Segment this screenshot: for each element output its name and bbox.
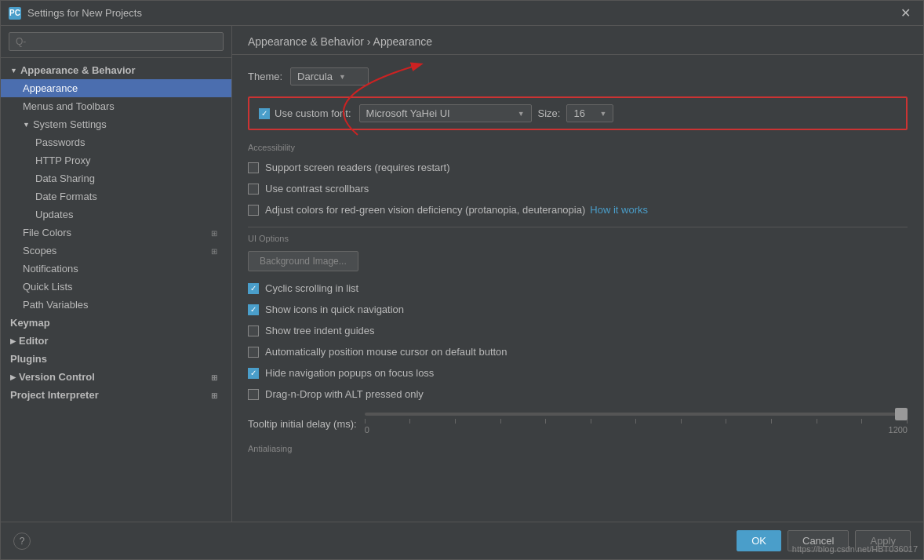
accessibility-title: Accessibility <box>248 143 908 152</box>
drag-drop-row: Drag-n-Drop with ALT pressed only <box>248 387 908 402</box>
contrast-scrollbars-label: Use contrast scrollbars <box>265 183 369 195</box>
sidebar-item-menus-toolbars[interactable]: Menus and Toolbars <box>1 97 231 115</box>
slider-min: 0 <box>365 425 369 435</box>
main-content: ▼ Appearance & Behavior Appearance Menus… <box>1 26 923 522</box>
sidebar-item-file-colors[interactable]: File Colors ⊞ <box>1 224 231 242</box>
auto-mouse-label: Automatically position mouse cursor on d… <box>265 346 507 358</box>
expand-triangle: ▼ <box>10 67 17 75</box>
sidebar: ▼ Appearance & Behavior Appearance Menus… <box>1 26 232 522</box>
editor-triangle: ▶ <box>10 337 16 345</box>
show-icons-checkbox[interactable] <box>248 304 259 315</box>
search-bar <box>1 26 231 58</box>
tooltip-label: Tooltip initial delay (ms): <box>248 418 357 430</box>
font-value: Microsoft YaHei UI <box>366 107 450 119</box>
system-settings-triangle: ▼ <box>23 121 30 129</box>
version-control-icon: ⊞ <box>211 373 222 381</box>
window-title: Settings for New Projects <box>27 7 896 19</box>
version-control-triangle: ▶ <box>10 373 16 381</box>
sidebar-item-scopes[interactable]: Scopes ⊞ <box>1 242 231 260</box>
sidebar-item-updates[interactable]: Updates <box>1 205 231 224</box>
hide-nav-label: Hide navigation popups on focus loss <box>265 367 434 379</box>
custom-font-row: Use custom font: Microsoft YaHei UI ▼ Si… <box>248 96 908 130</box>
contrast-scrollbars-row: Use contrast scrollbars <box>248 181 908 196</box>
breadcrumb-separator: › <box>367 35 373 48</box>
screen-readers-label: Support screen readers (requires restart… <box>265 162 450 173</box>
background-image-button[interactable]: Background Image... <box>248 251 358 271</box>
help-button[interactable]: ? <box>13 533 31 550</box>
bottom-bar-left: ? <box>13 533 730 550</box>
drag-drop-label: Drag-n-Drop with ALT pressed only <box>265 388 424 400</box>
project-interpreter-icon: ⊞ <box>211 391 222 399</box>
size-value: 16 <box>573 107 584 119</box>
font-dropdown[interactable]: Microsoft YaHei UI ▼ <box>359 104 532 122</box>
sidebar-item-data-sharing[interactable]: Data Sharing <box>1 169 231 187</box>
cyclic-scrolling-checkbox[interactable] <box>248 283 259 294</box>
theme-dropdown[interactable]: Darcula ▼ <box>290 67 369 85</box>
slider-labels: 0 1200 <box>365 425 908 435</box>
sidebar-item-notifications[interactable]: Notifications <box>1 260 231 278</box>
app-icon: PC <box>9 7 21 20</box>
hide-nav-checkbox[interactable] <box>248 368 259 379</box>
slider-track <box>365 413 908 416</box>
nav-tree: ▼ Appearance & Behavior Appearance Menus… <box>1 58 231 522</box>
auto-mouse-checkbox[interactable] <box>248 347 259 358</box>
color-deficiency-checkbox[interactable] <box>248 205 259 216</box>
screen-readers-checkbox[interactable] <box>248 162 259 173</box>
sidebar-item-editor[interactable]: ▶ Editor <box>1 332 231 350</box>
how-it-works-link[interactable]: How it works <box>590 204 648 216</box>
tree-indent-checkbox[interactable] <box>248 325 259 336</box>
theme-dropdown-arrow: ▼ <box>339 73 346 81</box>
sidebar-item-plugins[interactable]: Plugins <box>1 350 231 368</box>
title-bar: PC Settings for New Projects ✕ <box>1 1 923 26</box>
slider-thumb[interactable] <box>895 408 908 420</box>
slider-ticks <box>365 419 908 424</box>
hide-nav-row: Hide navigation popups on focus loss <box>248 365 908 380</box>
drag-drop-checkbox[interactable] <box>248 389 259 400</box>
sidebar-item-appearance[interactable]: Appearance <box>1 79 231 97</box>
sidebar-item-quick-lists[interactable]: Quick Lists <box>1 278 231 296</box>
ui-options-title: UI Options <box>248 234 908 243</box>
sidebar-item-appearance-behavior[interactable]: ▼ Appearance & Behavior <box>1 61 231 79</box>
search-input[interactable] <box>9 32 224 51</box>
breadcrumb: Appearance & Behavior › Appearance <box>232 26 923 55</box>
contrast-scrollbars-checkbox[interactable] <box>248 184 259 195</box>
theme-row: Theme: Darcula ▼ <box>248 67 908 85</box>
settings-content: Theme: Darcula ▼ Use custom font: Micros… <box>232 55 923 522</box>
sidebar-item-date-formats[interactable]: Date Formats <box>1 187 231 205</box>
watermark: https://blog.csdn.net/HBT036017 <box>792 544 918 554</box>
sidebar-item-project-interpreter[interactable]: Project Interpreter ⊞ <box>1 386 231 404</box>
ok-button[interactable]: OK <box>737 530 781 551</box>
show-icons-label: Show icons in quick navigation <box>265 304 404 315</box>
tooltip-slider-row: Tooltip initial delay (ms): <box>248 413 908 435</box>
custom-font-label: Use custom font: <box>275 107 351 119</box>
bottom-bar: ? OK Cancel Apply <box>1 522 923 559</box>
theme-label: Theme: <box>248 71 282 82</box>
size-dropdown[interactable]: 16 ▼ <box>566 104 613 122</box>
custom-font-checkbox[interactable] <box>259 108 270 119</box>
tree-indent-row: Show tree indent guides <box>248 323 908 338</box>
font-dropdown-arrow: ▼ <box>518 110 525 118</box>
settings-window: PC Settings for New Projects ✕ ▼ Appeara… <box>0 0 924 560</box>
sidebar-item-passwords[interactable]: Passwords <box>1 133 231 151</box>
show-icons-row: Show icons in quick navigation <box>248 302 908 317</box>
main-panel: Appearance & Behavior › Appearance Theme… <box>232 26 923 522</box>
sidebar-item-version-control[interactable]: ▶ Version Control ⊞ <box>1 368 231 386</box>
sidebar-item-system-settings[interactable]: ▼ System Settings <box>1 115 231 133</box>
file-colors-icon: ⊞ <box>211 229 222 237</box>
sidebar-item-http-proxy[interactable]: HTTP Proxy <box>1 151 231 169</box>
tree-indent-label: Show tree indent guides <box>265 325 374 336</box>
scopes-icon: ⊞ <box>211 247 222 255</box>
cyclic-scrolling-label: Cyclic scrolling in list <box>265 282 358 294</box>
sidebar-item-path-variables[interactable]: Path Variables <box>1 296 231 314</box>
size-dropdown-arrow: ▼ <box>600 110 607 118</box>
slider-max: 1200 <box>889 425 908 435</box>
color-deficiency-label: Adjust colors for red-green vision defic… <box>265 204 585 216</box>
auto-mouse-row: Automatically position mouse cursor on d… <box>248 344 908 359</box>
sidebar-item-keymap[interactable]: Keymap <box>1 314 231 332</box>
screen-readers-row: Support screen readers (requires restart… <box>248 160 908 175</box>
size-label: Size: <box>538 107 561 119</box>
color-deficiency-row: Adjust colors for red-green vision defic… <box>248 202 908 217</box>
cyclic-scrolling-row: Cyclic scrolling in list <box>248 281 908 296</box>
close-button[interactable]: ✕ <box>896 4 915 22</box>
antialiasing-title: Antialiasing <box>248 444 908 453</box>
